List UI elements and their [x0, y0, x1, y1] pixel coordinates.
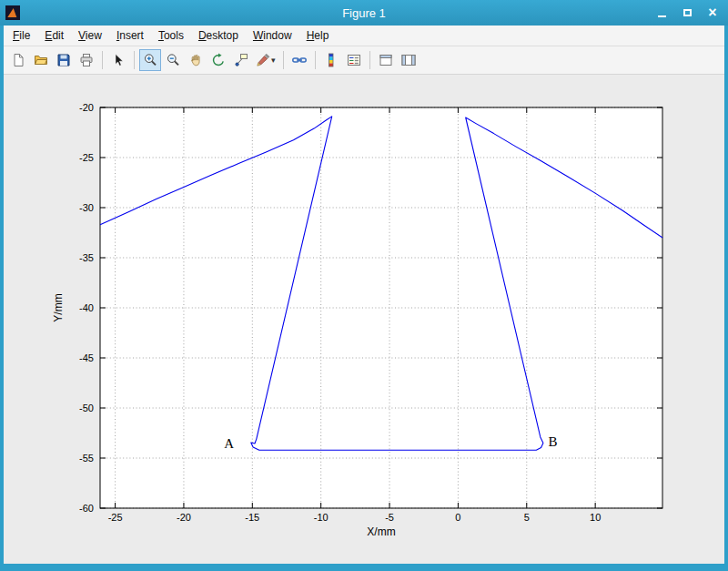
svg-text:-20: -20	[79, 102, 94, 113]
window-controls: ×	[653, 0, 721, 25]
toolbar-separator	[134, 51, 135, 69]
legend-icon	[347, 53, 361, 67]
insert-colorbar-button[interactable]	[320, 49, 342, 71]
new-figure-button[interactable]	[7, 49, 29, 71]
insert-legend-button[interactable]	[343, 49, 365, 71]
matlab-icon	[5, 5, 20, 20]
save-icon	[56, 53, 71, 67]
annotation-B: B	[548, 434, 557, 449]
hide-plot-tools-button[interactable]	[375, 49, 397, 71]
print-icon	[79, 53, 94, 67]
titlebar[interactable]: Figure 1 ×	[0, 0, 728, 25]
zoom-out-button[interactable]	[162, 49, 184, 71]
dropdown-arrow-icon[interactable]: ▾	[271, 56, 276, 65]
svg-text:-35: -35	[79, 252, 94, 263]
toolbar: ▾	[4, 46, 724, 75]
svg-text:-30: -30	[79, 202, 94, 213]
figure-window: Figure 1 × FileEditViewInsertToolsDeskto…	[0, 0, 728, 571]
menu-item-edit[interactable]: Edit	[37, 25, 71, 46]
show-plot-tools-icon	[401, 53, 416, 67]
brush-data-button[interactable]: ▾	[253, 49, 278, 71]
zoom-in-button[interactable]	[139, 49, 161, 71]
open-file-button[interactable]	[30, 49, 52, 71]
save-figure-button[interactable]	[53, 49, 75, 71]
window-title: Figure 1	[0, 6, 728, 20]
new-file-icon	[11, 53, 25, 67]
toolbar-separator	[369, 51, 370, 69]
toolbar-separator	[102, 51, 103, 69]
maximize-button[interactable]	[679, 5, 695, 21]
svg-text:-15: -15	[245, 512, 259, 523]
data-cursor-button[interactable]	[230, 49, 252, 71]
svg-text:5: 5	[524, 512, 530, 523]
close-button[interactable]: ×	[704, 5, 721, 21]
menu-item-tools[interactable]: Tools	[151, 25, 191, 46]
maximize-icon	[683, 9, 692, 16]
svg-text:-5: -5	[385, 512, 394, 523]
figure-area: -25-20-15-10-50510-60-55-50-45-40-35-30-…	[4, 75, 724, 564]
zoom-out-icon	[166, 53, 180, 67]
svg-text:0: 0	[455, 512, 460, 523]
svg-text:10: 10	[590, 512, 601, 523]
x-axis-label: X/mm	[367, 525, 395, 538]
link-plot-icon	[292, 53, 307, 67]
menu-item-help[interactable]: Help	[299, 25, 337, 46]
svg-text:-40: -40	[79, 302, 94, 313]
edit-arrow-icon	[111, 53, 126, 67]
edit-plot-button[interactable]	[107, 49, 129, 71]
link-plot-button[interactable]	[288, 49, 310, 71]
y-axis-label: Y/mm	[52, 293, 65, 321]
rotate-3d-button[interactable]	[207, 49, 229, 71]
rotate-3d-icon	[211, 53, 226, 67]
menu-item-desktop[interactable]: Desktop	[191, 25, 246, 46]
show-plot-tools-button[interactable]	[398, 49, 420, 71]
zoom-in-icon	[143, 53, 157, 67]
toolbar-separator	[315, 51, 316, 69]
open-folder-icon	[34, 53, 48, 67]
minimize-icon	[658, 15, 666, 17]
menu-item-file[interactable]: File	[5, 25, 37, 46]
svg-text:-50: -50	[79, 403, 94, 413]
svg-text:-10: -10	[314, 512, 329, 523]
plot-svg[interactable]: -25-20-15-10-50510-60-55-50-45-40-35-30-…	[4, 75, 724, 564]
annotation-A: A	[224, 436, 234, 451]
pan-button[interactable]	[185, 49, 207, 71]
svg-text:-20: -20	[177, 512, 191, 523]
menu-item-window[interactable]: Window	[246, 25, 299, 46]
menu-item-insert[interactable]: Insert	[109, 25, 151, 46]
svg-text:-25: -25	[79, 152, 94, 163]
data-cursor-icon	[234, 53, 248, 67]
svg-text:-60: -60	[79, 503, 94, 514]
minimize-button[interactable]	[653, 5, 670, 21]
hide-plot-tools-icon	[379, 53, 393, 67]
print-figure-button[interactable]	[76, 49, 97, 71]
close-icon: ×	[708, 5, 716, 20]
figure-client-area: FileEditViewInsertToolsDesktopWindowHelp…	[4, 25, 724, 564]
brush-icon	[256, 53, 270, 67]
svg-text:-25: -25	[108, 512, 123, 523]
svg-text:-55: -55	[79, 453, 94, 464]
svg-text:-45: -45	[79, 352, 94, 363]
colorbar-icon	[324, 53, 339, 67]
pan-icon	[188, 53, 203, 67]
menubar: FileEditViewInsertToolsDesktopWindowHelp	[4, 25, 724, 46]
menu-item-view[interactable]: View	[71, 25, 109, 46]
toolbar-separator	[283, 51, 284, 69]
